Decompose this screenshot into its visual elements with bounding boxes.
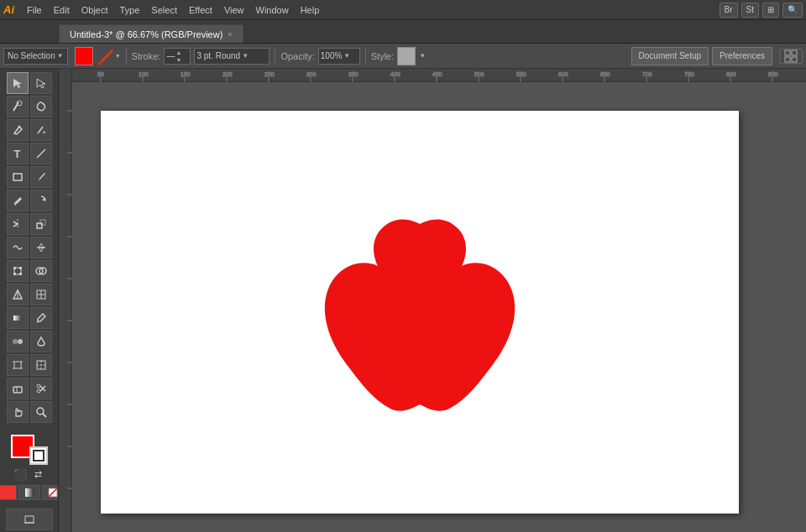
document-tab[interactable]: Untitled-3* @ 66.67% (RGB/Preview) × [59,24,243,43]
lasso-icon [35,101,47,112]
artboard-tool[interactable] [7,354,29,376]
gradient-fill-icon[interactable] [18,485,40,500]
svg-line-51 [43,414,46,417]
line-icon [35,148,47,159]
svg-text:850: 850 [768,71,778,77]
arrange-icon-btn[interactable] [779,49,803,64]
magic-wand-tool[interactable] [7,96,29,117]
svg-rect-3 [792,50,797,55]
svg-text:650: 650 [600,71,610,77]
solid-color-icon[interactable] [0,485,17,500]
bridge-icon-btn[interactable]: Br [720,3,738,18]
opacity-input[interactable]: 100% ▼ [318,48,360,65]
live-paint-tool[interactable] [30,331,52,352]
change-screen-mode-btn[interactable] [6,509,53,530]
mesh-tool[interactable] [30,284,52,305]
stroke-icon [98,48,115,65]
menu-object[interactable]: Object [76,3,114,17]
hand-icon [12,406,24,418]
brush-dropdown[interactable]: 3 pt. Round ▼ [194,48,270,65]
type-tool[interactable]: T [7,143,29,164]
stroke-icon-area: ▼ [98,48,121,65]
svg-text:600: 600 [558,71,568,77]
stepper-up[interactable]: ▲ [175,49,182,56]
app-logo: Ai [3,3,14,16]
menu-help[interactable]: Help [295,3,326,17]
workspace-switcher[interactable]: ⊞ [762,3,779,18]
toolbar: No Selection ▼ ▼ Stroke: — ▲ ▼ 3 pt. Rou… [0,44,806,69]
menu-select[interactable]: Select [145,3,183,17]
stroke-color-box[interactable] [29,446,48,465]
hand-tool[interactable] [7,401,29,423]
tool-row-12 [7,331,52,352]
default-colors-icon[interactable]: ⬛ [13,467,28,482]
eraser-tool[interactable] [7,378,29,399]
stroke-width-input[interactable]: — ▲ ▼ [164,48,191,65]
free-transform-tool[interactable] [7,260,29,282]
magic-wand-icon [12,101,24,112]
svg-marker-6 [13,79,22,88]
menu-type[interactable]: Type [114,3,146,17]
svg-rect-53 [25,488,34,497]
warp-tool[interactable] [7,237,29,258]
width-icon [35,242,47,253]
pen-icon [12,124,24,136]
svg-line-8 [13,102,18,111]
tool-row-4: T [7,143,52,164]
shape-builder-icon [35,265,47,277]
rectangle-tool[interactable] [7,166,29,188]
tool-row-13 [7,354,52,376]
stroke-stepper[interactable]: ▲ ▼ [175,49,182,64]
menu-right-icons: Br St ⊞ 🔍 [720,3,803,18]
fill-color-swatch[interactable] [75,47,93,65]
perspective-tool[interactable] [7,284,29,305]
slice-tool[interactable] [30,354,52,376]
free-transform-icon [12,265,24,277]
rotate-tool[interactable] [30,190,52,211]
stock-icon-btn[interactable]: St [741,3,759,18]
tool-row-14 [7,378,52,399]
menu-file[interactable]: File [21,3,48,17]
document-setup-button[interactable]: Document Setup [631,47,709,65]
paintbrush-tool[interactable] [30,166,52,188]
gradient-fill-btn-icon [24,488,34,498]
gradient-tool[interactable] [7,307,29,329]
width-tool[interactable] [30,237,52,258]
canvas-area[interactable]: 50 100 150 200 250 300 350 400 450 500 5… [59,69,806,532]
selection-cursor-icon [12,77,24,89]
menu-effect[interactable]: Effect [183,3,218,17]
reflect-tool[interactable] [7,213,29,235]
selection-dropdown[interactable]: No Selection ▼ [3,48,68,65]
pencil-tool[interactable] [7,190,29,211]
shape-builder-tool[interactable] [30,260,52,282]
svg-text:700: 700 [642,71,652,77]
svg-text:350: 350 [348,71,359,77]
opacity-arrow: ▼ [343,52,350,60]
eyedropper-tool[interactable] [30,307,52,329]
zoom-tool[interactable] [30,401,52,423]
selection-tool[interactable] [7,72,29,94]
blend-tool[interactable] [7,331,29,352]
menu-view[interactable]: View [218,3,250,17]
style-arrow: ▼ [419,52,426,60]
search-btn[interactable]: 🔍 [782,3,803,18]
no-fill-icon[interactable] [42,485,60,500]
lasso-tool[interactable] [30,96,52,117]
scale-tool[interactable] [30,213,52,235]
svg-line-14 [14,204,16,206]
style-swatch[interactable] [397,47,416,65]
menu-edit[interactable]: Edit [48,3,76,17]
pen-tool[interactable] [7,119,29,141]
direct-selection-tool[interactable] [30,72,52,94]
menu-window[interactable]: Window [250,3,295,17]
preferences-button[interactable]: Preferences [712,47,772,65]
type-icon: T [14,148,21,160]
stepper-down[interactable]: ▼ [175,56,182,64]
live-paint-icon [35,336,47,347]
tab-close-btn[interactable]: × [228,30,232,39]
swap-colors-icon[interactable]: ⇄ [31,467,46,482]
add-anchor-tool[interactable]: + [30,119,52,141]
scissors-tool[interactable] [30,378,52,399]
line-tool[interactable] [30,143,52,164]
svg-point-50 [37,408,44,415]
